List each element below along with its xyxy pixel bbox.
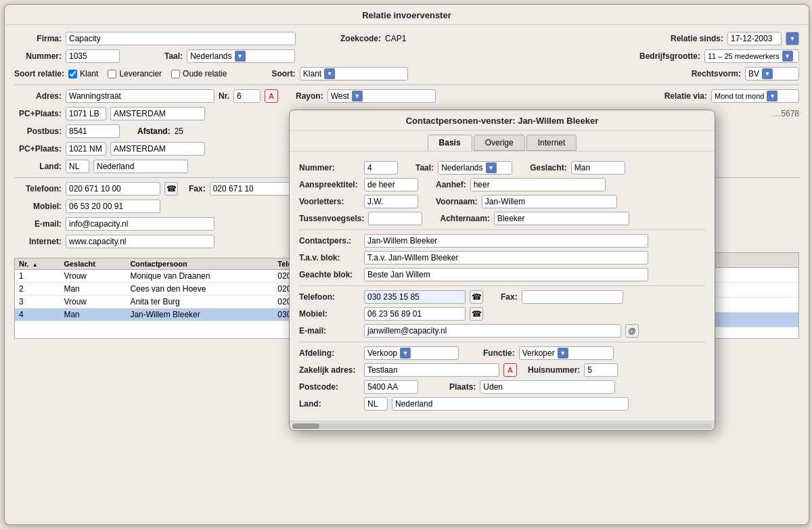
dlg-aanhef-label: Aanhef: bbox=[436, 180, 466, 189]
pc-input[interactable] bbox=[66, 107, 106, 120]
relatie-sinds-input[interactable] bbox=[727, 32, 782, 45]
title-text: Relatie invoervenster bbox=[362, 10, 451, 20]
pc2-input[interactable] bbox=[66, 142, 106, 156]
nummer-input[interactable] bbox=[66, 49, 120, 63]
dlg-nummer-input[interactable] bbox=[364, 161, 398, 175]
dlg-voornaam-input[interactable] bbox=[482, 195, 617, 208]
dlg-functie-arrow: ▼ bbox=[558, 348, 568, 359]
dlg-telefoon-input[interactable] bbox=[364, 290, 466, 304]
dlg-achternaam-input[interactable] bbox=[494, 212, 629, 225]
relatie-via-label: Relatie via: bbox=[664, 91, 707, 101]
dlg-taal-label: Taal: bbox=[415, 163, 434, 172]
firma-input[interactable] bbox=[66, 32, 296, 45]
soort-dropdown[interactable]: Klant ▼ bbox=[300, 67, 408, 80]
contact-dialog: Contactpersonen-venster: Jan-Willem Blee… bbox=[289, 110, 715, 431]
telefoon-input[interactable] bbox=[66, 182, 160, 196]
dlg-aanspreektitel-input[interactable] bbox=[364, 178, 418, 191]
relatie-via-dropdown[interactable]: Mond tot mond ▼ bbox=[711, 89, 799, 103]
dlg-voorletters-input[interactable] bbox=[364, 195, 418, 208]
dlg-telefoon-dial-icon[interactable]: ☎ bbox=[470, 290, 483, 304]
rayon-dropdown[interactable]: West ▼ bbox=[328, 89, 436, 103]
dlg-huisnummer-input[interactable] bbox=[584, 363, 618, 377]
afstand-label: Afstand: bbox=[137, 127, 171, 136]
leverancier-checkbox-label[interactable]: Leverancier bbox=[108, 69, 162, 78]
klant-checkbox[interactable] bbox=[68, 70, 77, 78]
dlg-land-name-input[interactable] bbox=[392, 397, 629, 411]
dlg-voornaam-label: Voornaam: bbox=[436, 197, 478, 206]
dlg-email-icon[interactable]: @ bbox=[625, 324, 639, 338]
internet-input[interactable] bbox=[66, 235, 215, 248]
dlg-fax-input[interactable] bbox=[522, 290, 623, 304]
dlg-tav-input[interactable] bbox=[364, 251, 648, 264]
col-contactpersoon[interactable]: Contactpersoon bbox=[126, 258, 273, 270]
dlg-afdeling-value: Verkoop bbox=[367, 348, 397, 358]
dlg-mobiel-dial-icon[interactable]: ☎ bbox=[470, 307, 483, 321]
dlg-zakelijk-adres-input[interactable] bbox=[364, 363, 499, 377]
klant-checkbox-label[interactable]: Klant bbox=[68, 69, 98, 78]
dlg-functie-dropdown[interactable]: Verkoper ▼ bbox=[519, 346, 614, 360]
city2-input[interactable] bbox=[110, 142, 205, 156]
tab-basis[interactable]: Basis bbox=[428, 135, 472, 151]
dlg-afdeling-dropdown[interactable]: Verkoop ▼ bbox=[364, 346, 459, 360]
taal-dropdown[interactable]: Nederlands ▼ bbox=[187, 49, 295, 63]
dlg-land-code-input[interactable] bbox=[364, 397, 388, 411]
dlg-taal-arrow: ▼ bbox=[486, 162, 497, 173]
rechtsvorm-dropdown[interactable]: BV ▼ bbox=[745, 67, 799, 80]
bedrijfsgrootte-dropdown[interactable]: 11 – 25 medewerkers ▼ bbox=[704, 49, 799, 63]
col-nr[interactable]: Nr. ▲ bbox=[15, 258, 60, 270]
dlg-mobiel-input[interactable] bbox=[364, 307, 466, 321]
klant-label: Klant bbox=[80, 69, 98, 78]
dlg-aanhef-input[interactable] bbox=[470, 178, 606, 191]
dlg-nummer-label: Nummer: bbox=[299, 163, 360, 172]
nr-input[interactable] bbox=[233, 89, 261, 103]
firma-label: Firma: bbox=[14, 34, 62, 43]
dlg-functie-label: Functie: bbox=[483, 348, 515, 358]
cell-geslacht: Vrouw bbox=[60, 296, 126, 308]
dlg-geachte-input[interactable] bbox=[364, 268, 648, 281]
telefoon-label: Telefoon: bbox=[14, 184, 62, 193]
city-input[interactable] bbox=[110, 107, 205, 120]
dlg-plaats-input[interactable] bbox=[480, 380, 615, 394]
soort-right-label: Soort: bbox=[271, 69, 295, 78]
telefoon-dial-icon[interactable]: ☎ bbox=[164, 182, 178, 196]
table-row[interactable]: 3 Vrouw Anita ter Burg 020 bbox=[15, 296, 311, 308]
table-row[interactable]: 1 Vrouw Monique van Draanen 020 bbox=[15, 270, 311, 283]
dlg-tussenvoegsels-input[interactable] bbox=[368, 212, 422, 225]
calendar-button[interactable]: ▼ bbox=[786, 32, 799, 45]
dlg-contactpers-input[interactable] bbox=[364, 234, 648, 248]
oude-relatie-label: Oude relatie bbox=[183, 69, 227, 78]
email-input[interactable] bbox=[66, 217, 215, 231]
dlg-postcode-input[interactable] bbox=[364, 380, 418, 394]
email-label: E-mail: bbox=[14, 219, 62, 229]
land-name-input[interactable] bbox=[93, 160, 188, 173]
window-title: Relatie invoervenster bbox=[5, 5, 809, 25]
cell-geslacht: Man bbox=[60, 308, 126, 321]
tab-internet[interactable]: Internet bbox=[526, 135, 577, 151]
leverancier-label: Leverancier bbox=[119, 69, 162, 78]
land-code-input[interactable] bbox=[66, 160, 89, 173]
table-row-selected[interactable]: 4 Man Jan-Willem Bleeker 030 bbox=[15, 308, 311, 321]
postbus-label: Postbus: bbox=[14, 127, 62, 136]
col-geslacht[interactable]: Geslacht bbox=[60, 258, 126, 270]
dlg-email-input[interactable] bbox=[364, 324, 621, 338]
relatie-via-value: Mond tot mond bbox=[715, 92, 764, 100]
dlg-geslacht-input[interactable] bbox=[571, 161, 625, 175]
tab-overige[interactable]: Overige bbox=[474, 135, 525, 151]
dlg-addr-lookup-icon[interactable]: A bbox=[503, 363, 517, 377]
dlg-plaats-label: Plaats: bbox=[449, 382, 476, 392]
oude-relatie-checkbox[interactable] bbox=[171, 70, 180, 78]
address-lookup-icon[interactable]: A bbox=[265, 89, 278, 103]
dlg-tav-label: T.a.v. blok: bbox=[299, 253, 360, 262]
mobiel-input[interactable] bbox=[66, 200, 160, 213]
bedrijfsgrootte-value: 11 – 25 medewerkers bbox=[708, 52, 780, 60]
table-row[interactable]: 2 Man Cees van den Hoeve 020 bbox=[15, 283, 311, 296]
dialog-scrollbar[interactable] bbox=[290, 421, 715, 430]
leverancier-checkbox[interactable] bbox=[108, 70, 116, 78]
cell-naam: Anita ter Burg bbox=[126, 296, 273, 308]
adres-input[interactable] bbox=[66, 89, 215, 103]
oude-relatie-checkbox-label[interactable]: Oude relatie bbox=[171, 69, 227, 78]
dlg-taal-dropdown[interactable]: Nederlands ▼ bbox=[438, 161, 512, 175]
dlg-functie-value: Verkoper bbox=[522, 348, 555, 358]
postbus-input[interactable] bbox=[66, 124, 120, 138]
rayon-value: West bbox=[331, 91, 349, 101]
